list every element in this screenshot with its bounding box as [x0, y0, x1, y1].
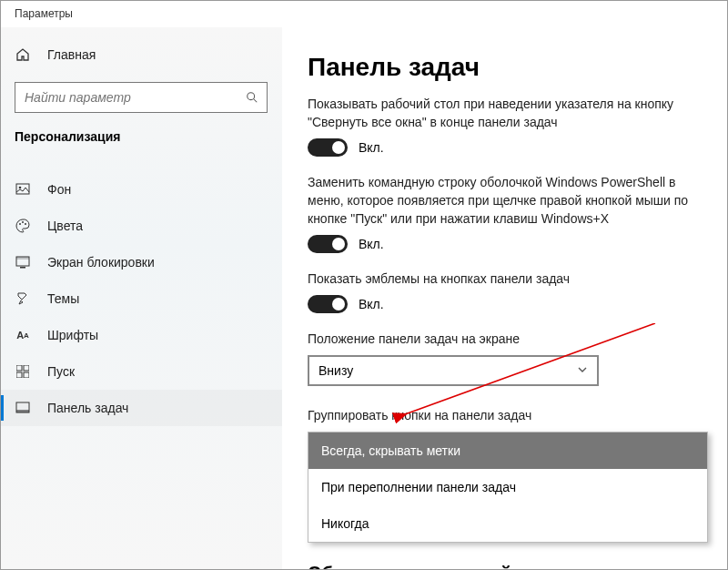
picture-icon [15, 181, 31, 198]
sidebar-item-label: Фон [47, 182, 71, 197]
dropdown-list: Всегда, скрывать метки При переполнении … [308, 432, 708, 543]
setting-powershell-label: Заменить командную строку оболочкой Wind… [308, 173, 699, 228]
sidebar-item-label: Панель задач [47, 401, 128, 415]
combo-value: Внизу [318, 363, 353, 378]
home-icon [15, 46, 31, 63]
sidebar-item-themes[interactable]: Темы [0, 280, 282, 317]
svg-rect-9 [20, 267, 25, 269]
svg-point-4 [19, 223, 21, 225]
sidebar-item-start[interactable]: Пуск [0, 353, 282, 390]
svg-rect-15 [16, 410, 29, 412]
dropdown-option-when-full[interactable]: При переполнении панели задач [308, 469, 707, 505]
setting-peek-row: Вкл. [308, 138, 703, 157]
setting-powershell-row: Вкл. [308, 235, 703, 253]
sidebar-item-colors[interactable]: Цвета [0, 208, 282, 244]
taskbar-position-label: Положение панели задач на экране [308, 330, 699, 348]
group-buttons-dropdown: Всегда, скрывать метки При переполнении … [308, 432, 708, 543]
search-box[interactable] [15, 82, 268, 113]
svg-point-0 [248, 93, 255, 100]
content-area: Главная Персонализация Фон Цвета [0, 27, 728, 570]
sidebar-item-label: Цвета [47, 219, 83, 233]
window-title-bar: Параметры [0, 0, 728, 27]
page-title: Панель задач [308, 53, 703, 82]
svg-rect-10 [16, 365, 22, 371]
svg-rect-11 [24, 365, 29, 371]
window-title: Параметры [15, 7, 73, 20]
sidebar-item-fonts[interactable]: AA Шрифты [0, 317, 282, 353]
taskbar-icon [15, 400, 31, 416]
svg-rect-13 [24, 372, 29, 378]
dropdown-option-never[interactable]: Никогда [308, 505, 707, 542]
sidebar-item-background[interactable]: Фон [0, 171, 282, 208]
lockscreen-icon [15, 254, 31, 270]
svg-line-1 [254, 99, 258, 103]
dropdown-option-always-hide[interactable]: Всегда, скрывать метки [308, 433, 707, 469]
toggle-badges[interactable] [308, 295, 348, 313]
svg-point-3 [19, 187, 22, 189]
palette-icon [15, 218, 31, 234]
toggle-peek-state: Вкл. [359, 140, 384, 155]
search-container [15, 82, 268, 113]
svg-rect-8 [16, 257, 29, 260]
setting-badges-row: Вкл. [308, 295, 703, 313]
svg-rect-12 [16, 372, 22, 378]
chevron-down-icon [577, 363, 588, 378]
fonts-icon: AA [15, 327, 31, 343]
search-input[interactable] [15, 90, 238, 105]
sidebar-item-label: Шрифты [47, 328, 98, 342]
sidebar-item-taskbar[interactable]: Панель задач [0, 390, 282, 426]
sidebar-item-lockscreen[interactable]: Экран блокировки [0, 244, 282, 280]
svg-point-6 [25, 223, 26, 225]
svg-rect-2 [16, 184, 29, 194]
sidebar: Главная Персонализация Фон Цвета [0, 27, 282, 570]
svg-point-5 [22, 221, 24, 223]
start-icon [15, 363, 31, 380]
search-icon [238, 91, 267, 104]
notification-area-heading: Область уведомлений [308, 563, 703, 570]
toggle-badges-state: Вкл. [359, 297, 384, 311]
setting-peek-label: Показывать рабочий стол при наведении ук… [308, 95, 699, 131]
main-pane: Панель задач Показывать рабочий стол при… [282, 27, 728, 570]
toggle-powershell[interactable] [308, 235, 348, 253]
toggle-peek[interactable] [308, 138, 348, 157]
sidebar-home[interactable]: Главная [0, 36, 282, 73]
sidebar-section-heading: Персонализация [0, 129, 282, 155]
sidebar-item-label: Пуск [47, 364, 75, 379]
sidebar-item-label: Экран блокировки [47, 255, 155, 270]
toggle-powershell-state: Вкл. [359, 237, 384, 251]
sidebar-home-label: Главная [47, 47, 96, 62]
themes-icon [15, 290, 31, 307]
setting-badges-label: Показать эмблемы на кнопках панели задач [308, 270, 699, 288]
taskbar-position-combo[interactable]: Внизу [308, 355, 599, 386]
sidebar-item-label: Темы [47, 291, 79, 306]
group-buttons-label: Группировать кнопки на панели задач [308, 406, 699, 424]
